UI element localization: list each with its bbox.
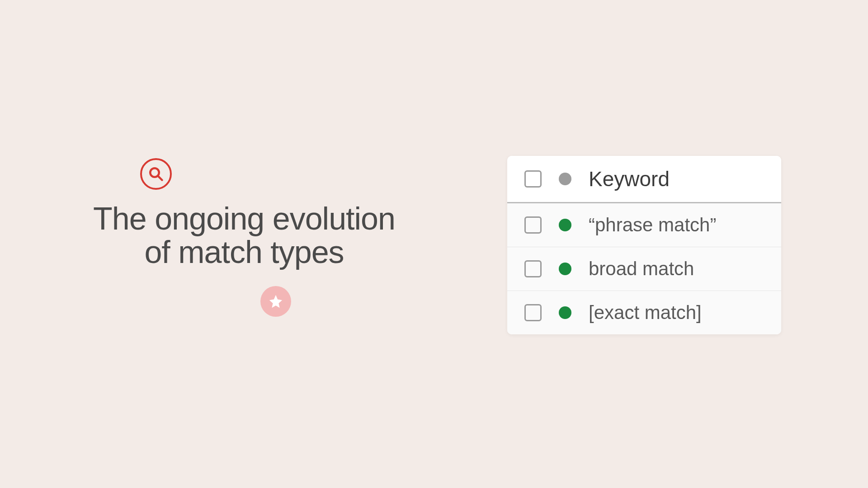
title-section: The ongoing evolution of match types — [72, 158, 416, 317]
status-dot-icon — [559, 263, 571, 275]
column-header: Keyword — [589, 167, 670, 191]
title-line-2: of match types — [144, 235, 344, 270]
match-type-label: “phrase match” — [589, 214, 716, 236]
page-title: The ongoing evolution of match types — [72, 202, 416, 269]
header-checkbox[interactable] — [524, 170, 542, 188]
row-checkbox[interactable] — [524, 304, 542, 321]
table-header-row: Keyword — [507, 156, 781, 203]
search-icon — [140, 158, 172, 190]
star-icon — [260, 286, 291, 317]
title-line-1: The ongoing evolution — [93, 201, 395, 236]
search-icon-wrap — [140, 158, 416, 190]
row-checkbox[interactable] — [524, 216, 542, 234]
table-row: “phrase match” — [507, 203, 781, 247]
table-row: [exact match] — [507, 291, 781, 334]
star-badge-wrap — [72, 286, 416, 317]
table-row: broad match — [507, 247, 781, 291]
match-types-card: Keyword “phrase match” broad match [exac… — [507, 156, 781, 334]
status-dot-icon — [559, 173, 571, 185]
match-type-label: [exact match] — [589, 302, 702, 324]
status-dot-icon — [559, 219, 571, 231]
row-checkbox[interactable] — [524, 260, 542, 277]
match-type-label: broad match — [589, 258, 694, 280]
status-dot-icon — [559, 306, 571, 319]
svg-line-1 — [158, 176, 162, 180]
